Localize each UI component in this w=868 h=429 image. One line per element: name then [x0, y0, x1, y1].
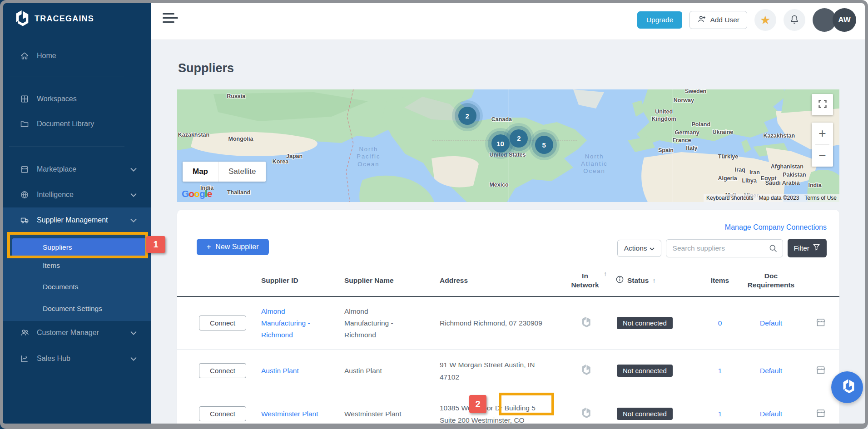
col-header-status[interactable]: Status ↑: [613, 276, 681, 286]
address-cell: 10385 Westmoor Dr Building 5 Suite 200 W…: [440, 402, 549, 426]
tracegains-logo[interactable]: TRACEGAINS: [12, 9, 94, 28]
doc-requirements-link[interactable]: Default: [760, 367, 782, 375]
doc-requirements-cell: Default: [740, 319, 802, 327]
topbar: Upgrade Add User ★ AW: [151, 0, 868, 40]
status-badge: Not connected: [617, 317, 673, 329]
menu-toggle-icon[interactable]: [163, 13, 178, 25]
map-view-button[interactable]: Map: [183, 162, 218, 182]
terms-of-use-link[interactable]: Terms of Use: [802, 194, 839, 202]
supplier-id-link[interactable]: Westminster Plant: [261, 408, 327, 420]
favorites-button[interactable]: ★: [754, 9, 776, 31]
chevron-down-icon: [130, 191, 137, 199]
suppliers-map[interactable]: RussiaKazakhstanMongoliaKoreaJapanIndiaT…: [177, 89, 839, 202]
supplier-id-link[interactable]: Austin Plant: [261, 365, 327, 377]
in-network-cell: [562, 407, 608, 421]
connect-button[interactable]: Connect: [199, 406, 246, 421]
filter-button[interactable]: Filter: [788, 239, 827, 257]
col-header-supplier-id[interactable]: Supplier ID: [261, 276, 327, 285]
app-window: TRACEGAINS Home Workspaces Document Libr…: [0, 0, 868, 429]
sidebar-item-label: Documents: [43, 283, 78, 291]
people-icon: [20, 328, 29, 337]
sort-asc-icon: ↑: [652, 276, 655, 285]
sidebar-divider: [9, 147, 124, 147]
doc-requirements-link[interactable]: Default: [760, 319, 782, 327]
map-cluster-marker[interactable]: 10: [491, 134, 510, 153]
status-badge: Not connected: [617, 365, 673, 377]
sidebar-item-document-library[interactable]: Document Library: [0, 114, 151, 134]
chat-widget-button[interactable]: [831, 371, 863, 403]
col-header-address[interactable]: Address: [440, 276, 549, 285]
sidebar-item-home[interactable]: Home: [0, 46, 151, 66]
chart-icon: [20, 354, 29, 363]
doc-requirements-cell: Default: [740, 367, 802, 375]
sidebar-item-marketplace[interactable]: Marketplace: [0, 159, 151, 179]
suppliers-card: Manage Company Connections + New Supplie…: [177, 210, 839, 429]
zoom-in-button[interactable]: +: [812, 123, 833, 144]
new-supplier-button[interactable]: + New Supplier: [197, 239, 269, 255]
doc-requirements-cell: Default: [740, 410, 802, 418]
upgrade-button[interactable]: Upgrade: [637, 11, 682, 29]
col-header-supplier-name[interactable]: Supplier Name: [344, 276, 403, 285]
sidebar-item-items[interactable]: Items: [0, 256, 151, 275]
col-header-doc-requirements[interactable]: Doc Requirements: [740, 271, 802, 290]
marketplace-cell: [802, 317, 839, 330]
avatar[interactable]: AW: [833, 8, 856, 32]
storefront-icon[interactable]: [815, 408, 827, 420]
items-count-link[interactable]: 0: [718, 319, 722, 327]
map-data-label: Map data ©2023: [756, 194, 802, 202]
fullscreen-button[interactable]: [812, 94, 833, 115]
items-cell: 1: [699, 367, 740, 375]
keyboard-shortcuts-link[interactable]: Keyboard shortcuts: [704, 194, 756, 202]
notifications-button[interactable]: [784, 9, 805, 31]
items-count-link[interactable]: 1: [718, 410, 722, 418]
sidebar-item-intelligence[interactable]: Intelligence: [0, 185, 151, 205]
google-logo: Google: [182, 188, 212, 199]
table-header-row: Supplier ID Supplier Name Address In Net…: [177, 268, 839, 297]
col-header-items[interactable]: Items: [699, 276, 740, 285]
workspaces-grid-icon: [20, 94, 29, 104]
zoom-out-button[interactable]: −: [812, 145, 833, 167]
sidebar-item-documents[interactable]: Documents: [0, 278, 151, 296]
sidebar-item-supplier-management[interactable]: Supplier Management: [0, 210, 151, 230]
satellite-view-button[interactable]: Satellite: [218, 162, 266, 182]
annotation-step-badge: 2: [469, 395, 486, 413]
map-cluster-marker[interactable]: 5: [535, 136, 553, 154]
sidebar-item-customer-manager[interactable]: Customer Manager: [0, 323, 151, 343]
storefront-icon[interactable]: [815, 365, 827, 377]
in-network-cell: [562, 364, 608, 378]
storefront-icon[interactable]: [815, 317, 827, 330]
supplier-id-link[interactable]: Almond Manufacturing - Richmond: [261, 306, 327, 340]
address-cell: Richmond Richmond, 07 230909: [440, 317, 549, 329]
sidebar-item-label: Sales Hub: [37, 355, 70, 363]
chevron-down-icon: [130, 216, 137, 224]
sidebar-item-document-settings[interactable]: Document Settings: [0, 300, 151, 318]
sidebar-item-label: Home: [37, 52, 56, 60]
chevron-down-icon: [130, 355, 137, 363]
actions-dropdown[interactable]: Actions: [617, 240, 661, 257]
suppliers-table: Supplier ID Supplier Name Address In Net…: [177, 268, 839, 429]
map-cluster-marker[interactable]: 2: [458, 107, 476, 125]
sidebar-item-sales-hub[interactable]: Sales Hub: [0, 349, 151, 369]
connect-button[interactable]: Connect: [199, 363, 246, 378]
sidebar-item-label: Workspaces: [37, 95, 77, 103]
tracegains-logo-text: TRACEGAINS: [35, 14, 94, 24]
status-cell: Not connected: [613, 317, 681, 329]
items-cell: 0: [699, 319, 740, 327]
chevron-down-icon: [130, 165, 137, 173]
items-count-link[interactable]: 1: [718, 367, 722, 375]
search-input[interactable]: [666, 239, 783, 257]
map-cluster-marker[interactable]: 2: [510, 129, 528, 148]
manage-company-connections-link[interactable]: Manage Company Connections: [725, 223, 827, 232]
connect-button[interactable]: Connect: [199, 316, 246, 330]
doc-requirements-link[interactable]: Default: [760, 410, 782, 418]
col-header-in-network[interactable]: In Network ↑: [562, 271, 608, 290]
marketplace-cell: [802, 408, 839, 420]
table-row: Connect Westminster Plant Westminster Pl…: [177, 392, 839, 429]
chevron-down-icon: [130, 329, 137, 337]
add-user-button[interactable]: Add User: [689, 11, 747, 29]
sidebar-item-workspaces[interactable]: Workspaces: [0, 89, 151, 109]
sidebar-item-suppliers[interactable]: Suppliers: [12, 238, 147, 256]
map-zoom-control: + −: [812, 123, 833, 167]
in-network-cell: [562, 316, 608, 330]
fullscreen-icon: [818, 100, 827, 110]
